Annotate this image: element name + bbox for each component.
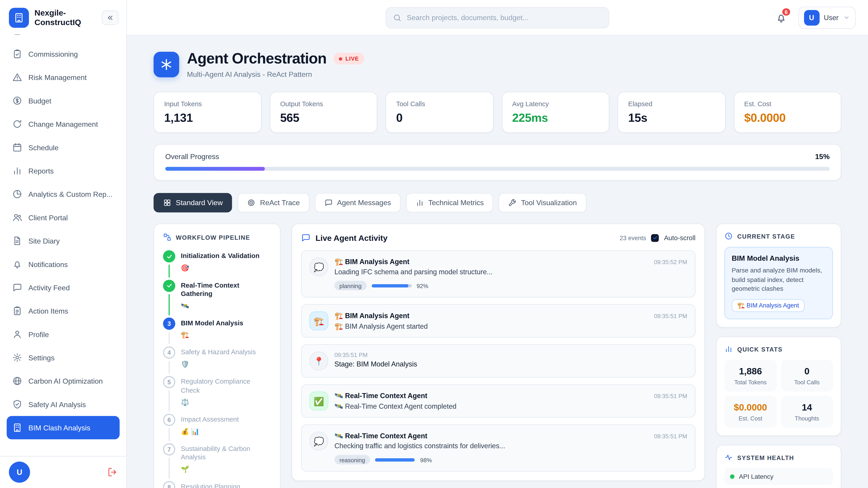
pipeline-step-1: Initialization & Validation 🎯 — [163, 250, 271, 280]
check-icon — [653, 235, 657, 240]
autoscroll-checkbox[interactable] — [651, 234, 659, 241]
orchestration-icon — [153, 52, 179, 77]
activity-event: ✅ 🛰️ Real-Time Context Agent 09:35:51 PM… — [301, 384, 695, 418]
sidebar-item-budget[interactable]: Budget — [7, 89, 120, 112]
stat-value: 225ms — [512, 111, 599, 125]
agent-name: 🏗️ BIM Analysis Agent — [334, 311, 409, 320]
user-menu[interactable]: U User — [798, 6, 856, 29]
sidebar-item-label: Commissioning — [29, 50, 78, 58]
sidebar-item-label: Action Items — [29, 307, 68, 315]
event-timestamp: 09:35:52 PM — [654, 259, 687, 265]
live-agent-activity-card: Live Agent Activity 23 events Auto-scrol… — [291, 224, 705, 481]
agent-avatar-thinking-icon: 💭 — [309, 431, 329, 451]
stat-card-input-tokens: Input Tokens 1,131 — [153, 92, 261, 133]
sidebar-item-clipped[interactable] — [7, 35, 120, 42]
clipboard-check-icon — [12, 49, 22, 59]
pie-chart-icon — [12, 189, 22, 199]
sidebar-item-action-items[interactable]: Action Items — [7, 299, 120, 322]
stat-label: Est. Cost — [744, 100, 831, 108]
bar-chart-icon — [724, 345, 733, 353]
brand-name: Nexgile-ConstructIQ — [35, 8, 96, 27]
sidebar-item-bim-clash-analysis[interactable]: BIM Clash Analysis — [7, 416, 120, 439]
stat-value: 0 — [396, 111, 483, 125]
tab-standard-view[interactable]: Standard View — [153, 193, 232, 213]
activity-event: 💭 🏗️ BIM Analysis Agent 09:35:52 PM Load… — [301, 250, 695, 297]
bar-chart-icon — [415, 199, 424, 207]
sidebar-item-label: Analytics & Custom Rep... — [29, 190, 113, 198]
sidebar-item-activity-feed[interactable]: Activity Feed — [7, 276, 120, 299]
pipeline-steps: Initialization & Validation 🎯 Real-Time … — [163, 250, 271, 488]
progress-bar-fill — [165, 167, 265, 170]
grid-icon — [163, 199, 171, 207]
sidebar-item-label: Activity Feed — [29, 283, 70, 292]
sidebar-item-site-diary[interactable]: Site Diary — [7, 229, 120, 252]
page-content: Agent Orchestration LIVE Multi-Agent AI … — [127, 36, 868, 488]
pipeline-step-8: 8 Resolution Planning 🧩 📋 — [163, 481, 271, 488]
chevron-down-icon — [843, 14, 850, 21]
quick-stat-thoughts: 14 Thoughts — [781, 396, 833, 428]
user-avatar[interactable]: U — [9, 462, 30, 483]
agent-name: 🛰️ Real-Time Context Agent — [334, 431, 427, 440]
pipeline-step-4: 4 Safety & Hazard Analysis 🛡️ — [163, 347, 271, 376]
sidebar-item-client-portal[interactable]: Client Portal — [7, 206, 120, 229]
sidebar-item-label: Budget — [29, 96, 51, 105]
sidebar-item-analytics[interactable]: Analytics & Custom Rep... — [7, 182, 120, 205]
search-input[interactable] — [407, 13, 602, 22]
tab-tool-visualization[interactable]: Tool Visualization — [499, 193, 586, 213]
sidebar-item-change-management[interactable]: Change Management — [7, 112, 120, 135]
quick-stat-total-tokens: 1,886 Total Tokens — [724, 360, 776, 392]
logout-button[interactable] — [107, 467, 117, 477]
step-number: 3 — [163, 318, 175, 330]
sidebar-item-commissioning[interactable]: Commissioning — [7, 42, 120, 66]
tab-react-trace[interactable]: ReAct Trace — [238, 193, 309, 213]
globe-icon — [12, 376, 22, 386]
step-emoji: 🛰️ — [181, 302, 271, 310]
current-stage-card: CURRENT STAGE BIM Model Analysis Parse a… — [716, 224, 841, 328]
event-progress-bar — [375, 458, 415, 461]
tab-agent-messages[interactable]: Agent Messages — [315, 193, 401, 213]
phase-badge: planning — [334, 281, 366, 290]
stat-label: Output Tokens — [280, 100, 367, 108]
sidebar-footer: U — [0, 456, 126, 488]
sidebar-item-schedule[interactable]: Schedule — [7, 136, 120, 159]
document-icon — [12, 236, 22, 246]
sidebar-item-label: Reports — [29, 166, 54, 175]
shield-check-icon — [12, 399, 22, 409]
status-ok-icon — [730, 475, 735, 479]
pipeline-step-7: 7 Sustainability & Carbon Analysis 🌱 — [163, 443, 271, 481]
sidebar-item-settings[interactable]: Settings — [7, 346, 120, 369]
stat-value: 15s — [628, 111, 715, 125]
sidebar: Nexgile-ConstructIQ Commissioning Risk M… — [0, 0, 127, 488]
agent-avatar-completed-icon: ✅ — [309, 392, 329, 411]
document-icon — [12, 35, 22, 36]
activity-event: 📍 09:35:51 PM Stage: BIM Model Analysis — [301, 344, 695, 378]
autoscroll-label: Auto-scroll — [664, 234, 695, 241]
top-header: 6 U User — [127, 0, 868, 36]
step-emoji: 💰 📊 — [181, 427, 239, 435]
notifications-button[interactable]: 6 — [770, 7, 792, 28]
wrench-icon — [508, 199, 517, 207]
stat-value: $0.0000 — [744, 111, 831, 125]
sidebar-item-notifications[interactable]: Notifications — [7, 253, 120, 276]
stat-value: 1,131 — [164, 111, 251, 125]
right-column: CURRENT STAGE BIM Model Analysis Parse a… — [716, 224, 841, 488]
tab-technical-metrics[interactable]: Technical Metrics — [406, 193, 493, 213]
overall-progress-card: Overall Progress 15% — [153, 144, 841, 181]
sidebar-item-profile[interactable]: Profile — [7, 323, 120, 346]
system-health-title: SYSTEM HEALTH — [737, 454, 794, 461]
sidebar-collapse-button[interactable] — [102, 11, 119, 25]
main-area: 6 U User Agent Orchestration — [127, 0, 868, 488]
sidebar-item-safety-ai-analysis[interactable]: Safety AI Analysis — [7, 393, 120, 416]
user-name: User — [824, 13, 839, 21]
sidebar-item-label: Notifications — [29, 260, 68, 268]
events-count: 23 events — [620, 234, 646, 241]
sidebar-item-reports[interactable]: Reports — [7, 159, 120, 182]
app-root: Nexgile-ConstructIQ Commissioning Risk M… — [0, 0, 868, 488]
stat-card-est-cost: Est. Cost $0.0000 — [734, 92, 841, 133]
sidebar-item-carbon-ai-optimization[interactable]: Carbon AI Optimization — [7, 369, 120, 392]
sidebar-item-risk-management[interactable]: Risk Management — [7, 66, 120, 89]
system-health-rows: API Latency Memory — [724, 468, 833, 488]
step-number: 8 — [163, 481, 175, 488]
step-check-icon — [163, 280, 175, 292]
stats-row: Input Tokens 1,131 Output Tokens 565 Too… — [153, 92, 841, 133]
